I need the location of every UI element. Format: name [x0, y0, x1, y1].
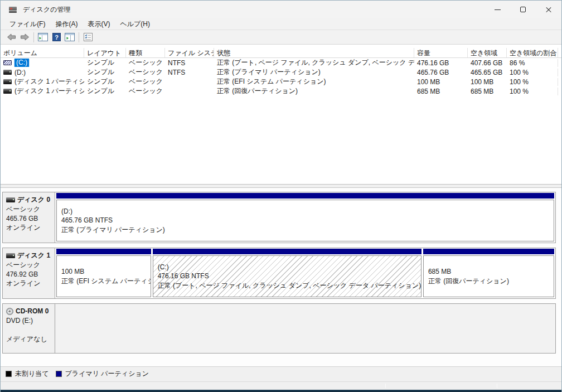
partition-status: 正常 (ブート, ページ ファイル, クラッシュ ダンプ, ベーシック データ …: [158, 281, 416, 291]
column-header-free[interactable]: 空き領域: [468, 48, 507, 57]
partition-color-band: [56, 249, 151, 254]
help-button[interactable]: ?: [50, 31, 63, 43]
partition-d[interactable]: (D:) 465.76 GB NTFS 正常 (プライマリ パーティション): [56, 193, 554, 241]
disk0-label[interactable]: ディスク 0 ベーシック 465.76 GB オンライン: [3, 192, 55, 243]
cdrom-label[interactable]: CD-ROM 0 DVD (E:) メディアなし: [3, 304, 55, 353]
disk-size: 465.76 GB: [6, 214, 52, 224]
volume-status: 正常 (ブート, ページ ファイル, クラッシュ ダンプ, ベーシック データ …: [214, 58, 414, 67]
disk1-partitions: 100 MB 正常 (EFI システム パーティション) (C:) 476.16…: [55, 248, 555, 298]
volume-row-disk1-part4[interactable]: (ディスク 1 パーティション 4) シンプル ベーシック 正常 (回復パーティ…: [1, 86, 561, 96]
volume-type: ベーシック: [126, 86, 165, 96]
disk0-partitions: (D:) 465.76 GB NTFS 正常 (プライマリ パーティション): [55, 192, 555, 243]
console-tree-icon: [38, 33, 48, 41]
disk-name: ディスク 0: [17, 195, 50, 205]
volume-icon: [3, 79, 12, 84]
column-header-filesystem[interactable]: ファイル システム: [165, 48, 214, 57]
volume-layout: シンプル: [84, 58, 126, 67]
volume-status: 正常 (プライマリ パーティション): [214, 67, 414, 77]
legend-label: プライマリ パーティション: [65, 369, 149, 379]
partition-efi[interactable]: 100 MB 正常 (EFI システム パーティション): [56, 249, 151, 297]
partition-c[interactable]: (C:) 476.16 GB NTFS 正常 (ブート, ページ ファイル, ク…: [153, 249, 422, 297]
disk-management-window: ディスクの管理 ファイル(F) 操作(A) 表示(V) ヘルプ(H): [0, 0, 562, 392]
volume-free-pct: 100 %: [507, 78, 558, 86]
partition-size: 685 MB: [428, 267, 549, 277]
partition-size: 100 MB: [61, 267, 146, 277]
volume-free: 407.66 GB: [468, 59, 507, 67]
toolbar-separator: [79, 32, 79, 42]
title-bar: ディスクの管理: [1, 1, 561, 18]
volume-row-disk1-part1[interactable]: (ディスク 1 パーティション 1) シンプル ベーシック 正常 (EFI シス…: [1, 77, 561, 86]
partition-size: 465.76 GB NTFS: [61, 216, 549, 225]
partition-title: (D:): [61, 207, 549, 216]
column-header-type[interactable]: 種類: [126, 48, 165, 57]
partition-color-band: [423, 249, 554, 254]
legend-bar: 未割り当て プライマリ パーティション: [1, 366, 561, 381]
column-header-free-pct[interactable]: 空き領域の割合: [507, 48, 558, 57]
close-icon: [545, 6, 552, 13]
volume-free: 100 MB: [468, 78, 507, 86]
legend-label: 未割り当て: [15, 369, 49, 379]
volume-layout: シンプル: [84, 67, 126, 77]
disk0-row: ディスク 0 ベーシック 465.76 GB オンライン (D:) 465.76…: [2, 192, 556, 243]
unallocated-swatch: [6, 371, 12, 377]
volume-list-header: ボリューム レイアウト 種類 ファイル システム 状態 容量 空き領域 空き領域…: [1, 48, 561, 58]
disk-type: ベーシック: [6, 205, 52, 214]
close-button[interactable]: [536, 1, 561, 18]
disk1-label[interactable]: ディスク 1 ベーシック 476.92 GB オンライン: [3, 248, 55, 298]
cdrom-name: CD-ROM 0: [16, 307, 49, 316]
partition-color-band: [153, 249, 422, 254]
svg-text:?: ?: [55, 34, 59, 41]
column-header-layout[interactable]: レイアウト: [84, 48, 126, 57]
legend-unallocated: 未割り当て: [6, 369, 49, 379]
partition-recovery[interactable]: 685 MB 正常 (回復パーティション): [423, 249, 554, 297]
cdrom-media-status: メディアなし: [6, 335, 52, 344]
column-header-capacity[interactable]: 容量: [414, 48, 468, 57]
properties-icon: [84, 33, 93, 41]
volume-name: (D:): [14, 69, 26, 76]
partition-title: (C:): [158, 263, 416, 272]
volume-capacity: 685 MB: [414, 88, 468, 95]
volume-free-pct: 100 %: [507, 69, 558, 76]
volume-row-c[interactable]: (C:) シンプル ベーシック NTFS 正常 (ブート, ページ ファイル, …: [1, 58, 561, 67]
volume-type: ベーシック: [126, 77, 165, 86]
volume-fs: NTFS: [165, 69, 214, 76]
menu-file[interactable]: ファイル(F): [4, 18, 50, 30]
disk-size: 476.92 GB: [6, 270, 52, 279]
status-bar: [1, 381, 561, 390]
column-header-volume[interactable]: ボリューム: [1, 48, 84, 57]
volume-free: 465.65 GB: [468, 69, 507, 76]
volume-status: 正常 (回復パーティション): [214, 86, 414, 96]
volume-list: ボリューム レイアウト 種類 ファイル システム 状態 容量 空き領域 空き領域…: [1, 45, 561, 185]
disk-icon: [6, 197, 15, 202]
volume-icon: [3, 89, 12, 94]
partition-size: 476.16 GB NTFS: [158, 272, 416, 281]
partition-status: 正常 (回復パーティション): [428, 277, 549, 286]
disk1-row: ディスク 1 ベーシック 476.92 GB オンライン 100 MB 正常 (…: [2, 248, 556, 299]
properties-button[interactable]: [81, 31, 95, 43]
menu-view[interactable]: 表示(V): [83, 18, 115, 30]
statusbar-separator: [385, 384, 386, 389]
maximize-icon: [520, 7, 526, 12]
volume-type: ベーシック: [126, 58, 165, 67]
console-tree-button[interactable]: [36, 31, 50, 43]
toolbar: ?: [1, 30, 561, 45]
volume-name: (C:): [14, 59, 29, 67]
back-button[interactable]: [4, 31, 18, 43]
menu-bar: ファイル(F) 操作(A) 表示(V) ヘルプ(H): [1, 18, 561, 30]
partition-status: 正常 (プライマリ パーティション): [61, 225, 549, 235]
maximize-button[interactable]: [510, 1, 536, 18]
help-icon: ?: [52, 33, 61, 41]
minimize-icon: [495, 9, 501, 10]
action-pane-button[interactable]: [63, 31, 76, 43]
forward-button[interactable]: [18, 31, 31, 43]
volume-row-d[interactable]: (D:) シンプル ベーシック NTFS 正常 (プライマリ パーティション) …: [1, 67, 561, 77]
volume-layout: シンプル: [84, 77, 126, 86]
disk-type: ベーシック: [6, 260, 52, 270]
volume-type: ベーシック: [126, 67, 165, 77]
statusbar-separator: [497, 384, 497, 389]
menu-help[interactable]: ヘルプ(H): [115, 18, 155, 30]
minimize-button[interactable]: [485, 1, 510, 18]
primary-partition-swatch: [56, 371, 62, 377]
column-header-status[interactable]: 状態: [214, 48, 414, 57]
menu-action[interactable]: 操作(A): [50, 18, 83, 30]
